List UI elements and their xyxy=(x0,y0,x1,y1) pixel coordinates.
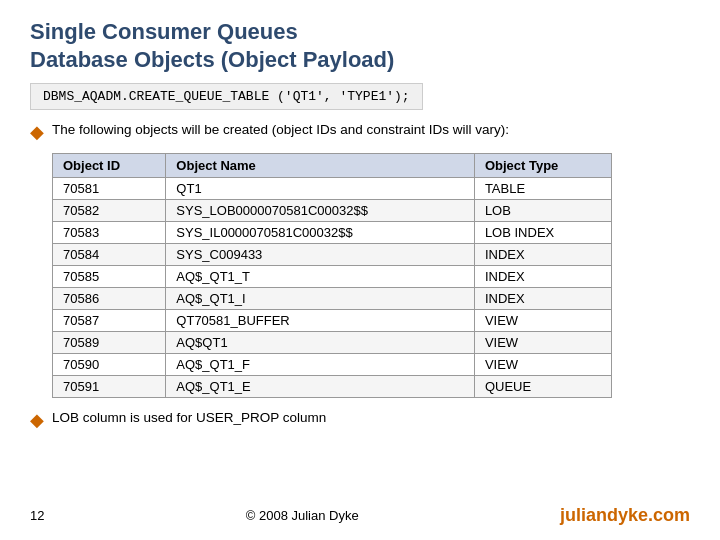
col-header-name: Object Name xyxy=(166,154,475,178)
table-cell: VIEW xyxy=(474,332,611,354)
table-cell: AQ$_QT1_F xyxy=(166,354,475,376)
bullet2-icon: ◆ xyxy=(30,409,44,431)
page: Single Consumer Queues Database Objects … xyxy=(0,0,720,540)
table-cell: 70590 xyxy=(53,354,166,376)
page-title: Single Consumer Queues Database Objects … xyxy=(30,18,690,73)
table-cell: 70591 xyxy=(53,376,166,398)
table-row: 70584SYS_C009433INDEX xyxy=(53,244,612,266)
table-cell: 70582 xyxy=(53,200,166,222)
table-cell: 70586 xyxy=(53,288,166,310)
table-row: 70591AQ$_QT1_EQUEUE xyxy=(53,376,612,398)
table-row: 70587QT70581_BUFFERVIEW xyxy=(53,310,612,332)
footer-page-number: 12 xyxy=(30,508,44,523)
table-cell: LOB INDEX xyxy=(474,222,611,244)
table-cell: QUEUE xyxy=(474,376,611,398)
table-cell: AQ$_QT1_I xyxy=(166,288,475,310)
table-cell: AQ$_QT1_E xyxy=(166,376,475,398)
table-cell: SYS_IL0000070581C00032$$ xyxy=(166,222,475,244)
table-cell: 70587 xyxy=(53,310,166,332)
objects-table: Object ID Object Name Object Type 70581Q… xyxy=(52,153,612,398)
table-row: 70581QT1TABLE xyxy=(53,178,612,200)
table-cell: SYS_C009433 xyxy=(166,244,475,266)
bullet2-text: LOB column is used for USER_PROP column xyxy=(52,410,326,425)
table-wrapper: Object ID Object Name Object Type 70581Q… xyxy=(52,153,690,398)
table-header-row: Object ID Object Name Object Type xyxy=(53,154,612,178)
col-header-id: Object ID xyxy=(53,154,166,178)
bullet1-section: ◆ The following objects will be created … xyxy=(30,122,690,143)
bullet1-icon: ◆ xyxy=(30,121,44,143)
footer-copyright: © 2008 Julian Dyke xyxy=(246,508,359,523)
table-row: 70586AQ$_QT1_IINDEX xyxy=(53,288,612,310)
table-row: 70589AQ$QT1VIEW xyxy=(53,332,612,354)
bullet2-section: ◆ LOB column is used for USER_PROP colum… xyxy=(30,410,690,431)
table-row: 70582SYS_LOB0000070581C00032$$LOB xyxy=(53,200,612,222)
table-cell: VIEW xyxy=(474,354,611,376)
code-text: DBMS_AQADM.CREATE_QUEUE_TABLE ('QT1', 'T… xyxy=(43,89,410,104)
table-cell: 70581 xyxy=(53,178,166,200)
table-cell: LOB xyxy=(474,200,611,222)
table-cell: 70584 xyxy=(53,244,166,266)
table-cell: VIEW xyxy=(474,310,611,332)
table-cell: TABLE xyxy=(474,178,611,200)
code-block: DBMS_AQADM.CREATE_QUEUE_TABLE ('QT1', 'T… xyxy=(30,83,423,110)
col-header-type: Object Type xyxy=(474,154,611,178)
table-cell: INDEX xyxy=(474,266,611,288)
table-cell: 70589 xyxy=(53,332,166,354)
table-cell: AQ$_QT1_T xyxy=(166,266,475,288)
table-row: 70583SYS_IL0000070581C00032$$LOB INDEX xyxy=(53,222,612,244)
table-cell: INDEX xyxy=(474,244,611,266)
table-cell: INDEX xyxy=(474,288,611,310)
table-cell: 70583 xyxy=(53,222,166,244)
table-cell: 70585 xyxy=(53,266,166,288)
footer: 12 © 2008 Julian Dyke juliandyke.com xyxy=(30,505,690,526)
table-cell: AQ$QT1 xyxy=(166,332,475,354)
title-line1: Single Consumer Queues xyxy=(30,19,298,44)
table-row: 70585AQ$_QT1_TINDEX xyxy=(53,266,612,288)
table-cell: QT70581_BUFFER xyxy=(166,310,475,332)
table-cell: QT1 xyxy=(166,178,475,200)
table-cell: SYS_LOB0000070581C00032$$ xyxy=(166,200,475,222)
bullet1-text: The following objects will be created (o… xyxy=(52,122,509,137)
table-row: 70590AQ$_QT1_FVIEW xyxy=(53,354,612,376)
title-line2: Database Objects (Object Payload) xyxy=(30,47,394,72)
footer-brand: juliandyke.com xyxy=(560,505,690,526)
